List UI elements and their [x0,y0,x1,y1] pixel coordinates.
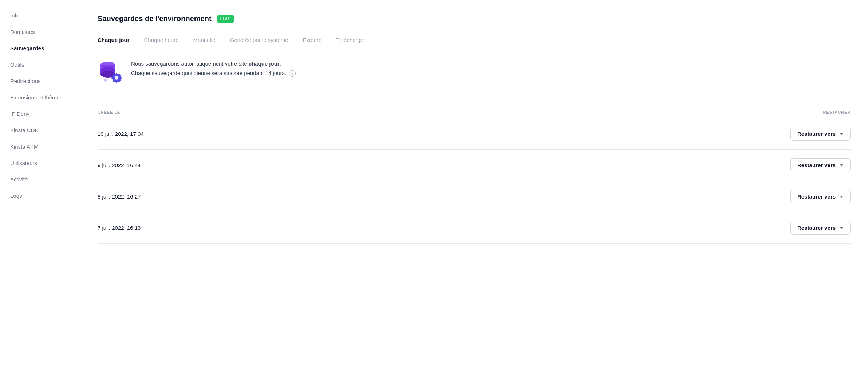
sidebar-item-info[interactable]: Info [0,7,80,24]
tab-chaque-heure[interactable]: Chaque heure [137,33,186,47]
tab-telecharger[interactable]: Télécharger [329,33,372,47]
restore-button[interactable]: Restaurer vers ▼ [790,221,851,235]
svg-point-9 [119,77,122,79]
restore-button[interactable]: Restaurer vers ▼ [790,190,851,203]
svg-point-10 [118,79,121,82]
table-rows: 10 juil. 2022, 17:04Restaurer vers ▼9 ju… [98,118,851,244]
table-row: 7 juil. 2022, 16:13Restaurer vers ▼ [98,212,851,244]
svg-point-12 [113,79,115,82]
svg-point-8 [118,74,121,76]
backup-icon [98,59,124,85]
tab-externe[interactable]: Externe [296,33,329,47]
main-content: Sauvegardes de l'environnement LIVE Chaq… [80,0,868,389]
svg-point-7 [115,73,118,75]
table-row: 9 juil. 2022, 16:44Restaurer vers ▼ [98,150,851,181]
table-row: 8 juil. 2022, 16:27Restaurer vers ▼ [98,181,851,212]
sidebar-item-sauvegardes[interactable]: Sauvegardes [0,40,80,56]
backup-date: 9 juil. 2022, 16:44 [98,162,141,168]
col-created-label: CRÉÉE LE [98,110,120,114]
sidebar-item-logs[interactable]: Logs [0,188,80,204]
tab-chaque-jour[interactable]: Chaque jour [98,33,137,47]
tabs-container: Chaque jourChaque heureManuelleGénérée p… [98,33,851,47]
restore-button[interactable]: Restaurer vers ▼ [790,158,851,172]
info-line1: Nous sauvegardons automatiquement votre … [131,59,296,68]
info-box: Nous sauvegardons automatiquement votre … [98,59,851,95]
info-line2: Chaque sauvegarde quotidienne sera stock… [131,68,296,78]
chevron-down-icon: ▼ [839,225,844,231]
sidebar-item-activite[interactable]: Activité [0,171,80,188]
tab-generee[interactable]: Générée par le système [222,33,295,47]
svg-point-14 [113,74,115,76]
svg-point-13 [111,77,114,79]
tab-manuelle[interactable]: Manuelle [186,33,223,47]
live-badge: LIVE [217,15,234,23]
info-description: Nous sauvegardons automatiquement votre … [131,59,296,78]
sidebar-item-utilisateurs[interactable]: Utilisateurs [0,155,80,171]
chevron-down-icon: ▼ [839,131,844,137]
sidebar-item-kinsta-apm[interactable]: Kinsta APM [0,138,80,155]
chevron-down-icon: ▼ [839,163,844,168]
page-header: Sauvegardes de l'environnement LIVE [98,15,851,23]
backup-date: 10 juil. 2022, 17:04 [98,131,144,137]
sidebar-item-ip-deny[interactable]: IP Deny [0,106,80,122]
svg-point-16 [105,79,106,81]
help-icon[interactable]: ? [289,70,296,77]
table-row: 10 juil. 2022, 17:04Restaurer vers ▼ [98,118,851,150]
sidebar: InfoDomainesSauvegardesOutilsRedirection… [0,0,80,389]
sidebar-item-extensions[interactable]: Extensions et thèmes [0,89,80,106]
sidebar-item-domaines[interactable]: Domaines [0,24,80,40]
sidebar-item-redirections[interactable]: Redirections [0,73,80,89]
svg-point-6 [115,76,118,80]
svg-point-11 [115,80,118,83]
info-bold: chaque jour [249,60,280,67]
sidebar-item-kinsta-cdn[interactable]: Kinsta CDN [0,122,80,138]
restore-button[interactable]: Restaurer vers ▼ [790,127,851,141]
page-title: Sauvegardes de l'environnement [98,15,212,23]
backup-date: 7 juil. 2022, 16:13 [98,225,141,231]
chevron-down-icon: ▼ [839,194,844,199]
info-prefix: Nous sauvegardons automatiquement votre … [131,60,249,67]
backup-date: 8 juil. 2022, 16:27 [98,193,141,200]
info-suffix: . [280,60,281,67]
col-restore-label: RESTAURER [823,110,851,114]
table-header: CRÉÉE LE RESTAURER [98,110,851,118]
sidebar-item-outils[interactable]: Outils [0,56,80,73]
